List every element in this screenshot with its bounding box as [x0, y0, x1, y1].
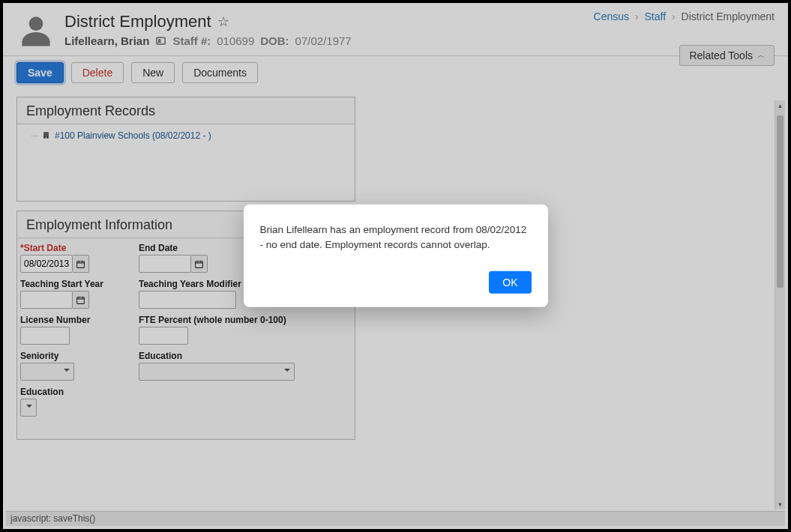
scroll-down-icon[interactable]: ▼ — [775, 499, 785, 510]
svg-rect-11 — [77, 297, 85, 303]
breadcrumb-current: District Employment — [682, 10, 775, 22]
ok-button[interactable]: OK — [489, 271, 531, 294]
svg-rect-4 — [45, 133, 46, 133]
end-date-input[interactable] — [139, 255, 191, 273]
start-date-label: *Start Date — [20, 243, 133, 253]
svg-point-0 — [29, 16, 43, 31]
svg-rect-7 — [46, 134, 47, 135]
dob-value: 07/02/1977 — [295, 34, 352, 47]
building-icon — [42, 131, 50, 141]
save-button[interactable]: Save — [16, 62, 64, 83]
employment-records-title: Employment Records — [17, 97, 355, 124]
start-date-input[interactable] — [20, 255, 73, 273]
svg-rect-1 — [157, 37, 165, 44]
svg-rect-9 — [77, 261, 85, 267]
star-icon[interactable]: ☆ — [217, 13, 229, 30]
scroll-up-icon[interactable]: ▲ — [775, 100, 785, 111]
related-tools-menu[interactable]: Related Tools ︿ — [679, 45, 775, 66]
fte-percent-label: FTE Percent (whole number 0-100) — [139, 315, 326, 325]
education-label: Education — [139, 351, 326, 361]
education-select[interactable] — [139, 363, 295, 381]
calendar-icon[interactable] — [191, 255, 208, 273]
license-number-label: License Number — [20, 315, 133, 325]
education2-select[interactable] — [20, 399, 37, 417]
new-button[interactable]: New — [131, 62, 175, 83]
person-name: Lifellearn, Brian — [64, 34, 149, 47]
chevron-right-icon: › — [672, 10, 676, 22]
teaching-start-year-label: Teaching Start Year — [20, 279, 133, 289]
delete-button[interactable]: Delete — [71, 62, 124, 83]
svg-rect-8 — [46, 136, 46, 138]
employment-record-item[interactable]: ⋯ #100 Plainview Schools (08/02/2012 - ) — [25, 130, 347, 141]
calendar-icon[interactable] — [73, 255, 89, 273]
staff-number-label: Staff #: — [172, 34, 211, 47]
tree-connector-icon: ⋯ — [31, 132, 37, 140]
education2-label: Education — [20, 387, 352, 397]
staff-number: 010699 — [217, 34, 254, 47]
svg-point-2 — [159, 40, 161, 42]
dob-label: DOB: — [260, 34, 289, 47]
vertical-scrollbar[interactable]: ▲ ▼ — [775, 100, 785, 510]
breadcrumb-link[interactable]: Census — [594, 10, 629, 22]
id-card-icon — [155, 35, 166, 46]
svg-rect-6 — [45, 134, 46, 135]
breadcrumb: Census › Staff › District Employment — [594, 10, 775, 22]
alert-message: Brian Lifellearn has an employment recor… — [260, 223, 532, 252]
chevron-up-icon: ︿ — [757, 50, 765, 61]
breadcrumb-link[interactable]: Staff — [645, 10, 667, 22]
chevron-right-icon: › — [635, 10, 639, 22]
teaching-start-year-input[interactable] — [20, 291, 73, 309]
scroll-thumb[interactable] — [777, 115, 784, 288]
seniority-select[interactable] — [20, 363, 74, 381]
alert-dialog: Brian Lifellearn has an employment recor… — [244, 205, 548, 307]
seniority-label: Seniority — [20, 351, 133, 361]
documents-button[interactable]: Documents — [182, 62, 258, 83]
fte-percent-input[interactable] — [139, 327, 188, 345]
svg-rect-5 — [46, 133, 47, 133]
license-number-input[interactable] — [20, 327, 70, 345]
status-bar: javascript: saveThis() — [6, 511, 785, 526]
svg-rect-10 — [196, 261, 203, 267]
avatar — [16, 12, 55, 51]
teaching-years-modifier-input[interactable] — [139, 291, 236, 309]
calendar-icon[interactable] — [73, 291, 89, 309]
page-title: District Employment ☆ — [64, 12, 352, 31]
